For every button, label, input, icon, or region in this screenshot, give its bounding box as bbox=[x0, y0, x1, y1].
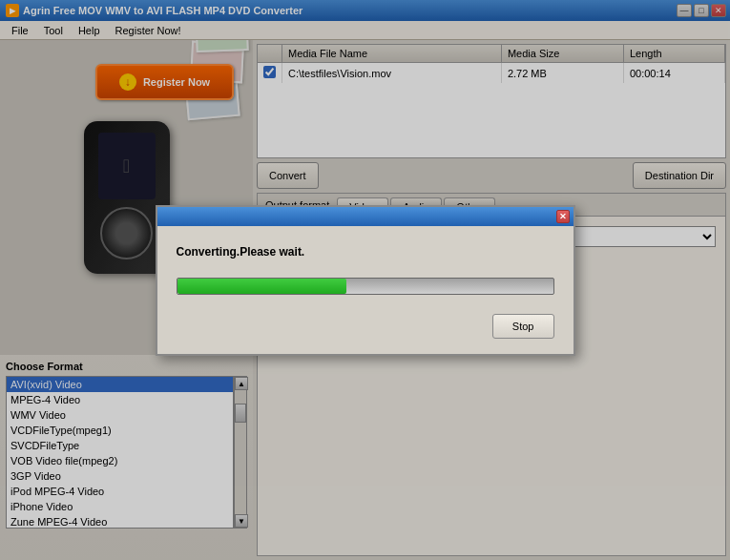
modal-content: Converting.Please wait. Stop bbox=[157, 226, 574, 354]
modal-close-button[interactable]: ✕ bbox=[556, 210, 570, 223]
modal-title-bar: ✕ bbox=[157, 207, 574, 226]
progress-bar-fill bbox=[177, 279, 346, 294]
stop-button[interactable]: Stop bbox=[492, 314, 554, 339]
progress-bar-container bbox=[177, 278, 554, 295]
modal-message: Converting.Please wait. bbox=[177, 245, 554, 259]
modal-overlay: ✕ Converting.Please wait. Stop bbox=[0, 0, 730, 560]
modal-buttons: Stop bbox=[177, 314, 554, 339]
modal-dialog: ✕ Converting.Please wait. Stop bbox=[156, 205, 575, 356]
